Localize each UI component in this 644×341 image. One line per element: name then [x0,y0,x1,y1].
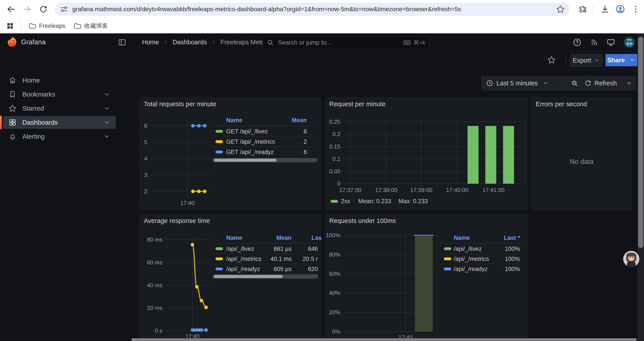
help-icon[interactable] [572,37,582,47]
legend: 2xx Mean: 0.233 Max: 0.233 [330,198,428,205]
sidebar-item-label: Dashboards [22,119,58,126]
chevron-down-icon[interactable] [104,105,110,112]
downloads-icon[interactable] [599,3,611,15]
panel-title[interactable]: Requests under 100ms [329,217,396,224]
legend-row[interactable] [440,254,524,264]
panel-title[interactable]: Average response time [144,217,210,224]
time-range-button[interactable]: Last 5 minutes [481,76,567,90]
panel-title[interactable]: Errors per second [536,101,587,108]
plot-area[interactable] [164,236,210,332]
apps-grid-icon[interactable] [4,20,16,32]
grafana-header: Grafana Home Dashboards Freeleaps Metric… [0,33,644,51]
grafana-app: Grafana Home Dashboards Freeleaps Metric… [0,33,644,341]
chevron-right-icon [211,39,216,45]
bookmark-folder-label: Freeleaps [39,23,65,30]
dashboard-sub-toolbar: Export Share [131,51,644,70]
vertical-scrollbar-thumb[interactable] [638,37,643,248]
legend-row[interactable] [212,254,318,264]
avatar-pixel-bar [627,39,632,41]
horizontal-scrollbar-thumb[interactable] [132,338,636,341]
search-box[interactable]: ⌘+k [262,36,430,49]
share-button[interactable]: Share [606,54,626,66]
bookmark-folder-label: 收藏博客 [84,22,108,30]
avatar-pixel-face [626,42,633,46]
bookmark-folder-blogs[interactable]: 收藏博客 [70,21,111,31]
toolbar-divider [566,56,566,65]
refresh-icon [584,80,592,87]
legend-row[interactable] [212,244,318,254]
search-icon [266,39,274,46]
sidebar-item-label: Alerting [22,133,45,140]
avatar-body [627,261,636,267]
legend-row[interactable] [212,126,318,137]
grafana-logo-icon[interactable] [6,36,18,48]
sidebar: Home Bookmarks Starred Dashboards Alerti… [0,51,131,341]
time-controls-row: Last 5 minutes Refresh [131,70,644,96]
bookmark-icon [8,90,17,99]
apps-icon [8,118,17,127]
favorite-star-button[interactable] [546,54,557,66]
extensions-icon[interactable] [576,3,589,15]
sidebar-item-starred[interactable]: Starred [3,102,116,115]
sidebar-item-label: Bookmarks [22,91,55,98]
sidebar-toggle-icon[interactable] [117,37,127,47]
chevron-down-icon[interactable] [104,119,110,126]
reload-button[interactable] [37,3,50,15]
url-text[interactable]: grafana.mathmast.com/d/deytv4rwavabkb/fr… [72,6,461,13]
panel-title[interactable]: Request per minute [329,101,386,108]
chevron-down-icon [543,80,548,86]
news-rss-icon[interactable] [589,37,599,47]
chevron-down-icon [594,58,600,63]
folder-icon [73,22,82,30]
breadcrumb-dashboards[interactable]: Dashboards [172,39,207,46]
legend-row[interactable] [212,147,318,157]
star-icon [8,104,17,113]
url-bar[interactable]: grafana.mathmast.com/d/deytv4rwavabkb/fr… [55,3,570,16]
avatar-eye [632,257,633,258]
forward-button[interactable] [21,3,33,15]
legend-mean: Mean: 0.233 [358,198,391,205]
legend-row[interactable] [440,264,524,274]
legend-row[interactable] [212,264,318,274]
refresh-interval-dropdown[interactable] [622,76,636,90]
legend-series-name[interactable]: 2xx [341,198,350,205]
sidebar-item-label: Home [22,77,40,84]
legend-pill [330,200,338,203]
sidebar-item-alerting[interactable]: Alerting [3,130,116,143]
sidebar-item-home[interactable]: Home [3,74,116,87]
bookmark-page-icon[interactable] [556,5,565,14]
bell-icon [8,132,17,141]
folder-icon [28,22,36,30]
toolbar-divider [593,5,594,14]
chevron-down-icon[interactable] [104,91,110,98]
bookmarks-divider [20,22,21,30]
profile-avatar[interactable] [614,3,626,15]
panel-errors-per-second: Errors per second No data [532,97,632,210]
refresh-group: Refresh [579,76,636,90]
plot-area[interactable] [344,233,438,331]
panel-title[interactable]: Total requests per minute [144,101,216,108]
search-input[interactable] [278,39,370,46]
legend-row[interactable] [440,244,524,254]
bookmark-folder-freeleaps[interactable]: Freeleaps [24,21,69,31]
refresh-button[interactable]: Refresh [579,76,622,90]
time-picker-group: Last 5 minutes [481,76,582,90]
menu-kebab-icon[interactable] [630,3,642,15]
user-avatar[interactable] [624,37,635,48]
share-dropdown-button[interactable] [626,54,638,66]
plot-area[interactable] [151,119,210,199]
floating-assistant-avatar[interactable] [623,251,640,267]
breadcrumb-home[interactable]: Home [142,39,159,46]
legend-scrollbar-thumb[interactable] [214,275,283,278]
back-button[interactable] [5,3,17,15]
plot-area[interactable] [344,120,525,184]
kiosk-monitor-icon[interactable] [606,37,616,47]
sidebar-item-bookmarks[interactable]: Bookmarks [3,88,116,101]
site-settings-icon[interactable] [60,5,68,14]
grafana-brand[interactable]: Grafana [21,33,46,51]
chevron-down-icon[interactable] [104,133,110,140]
sidebar-item-dashboards[interactable]: Dashboards [3,116,116,129]
legend-row[interactable] [212,137,318,147]
legend-scrollbar-thumb[interactable] [214,159,277,162]
export-button[interactable]: Export [570,54,603,67]
